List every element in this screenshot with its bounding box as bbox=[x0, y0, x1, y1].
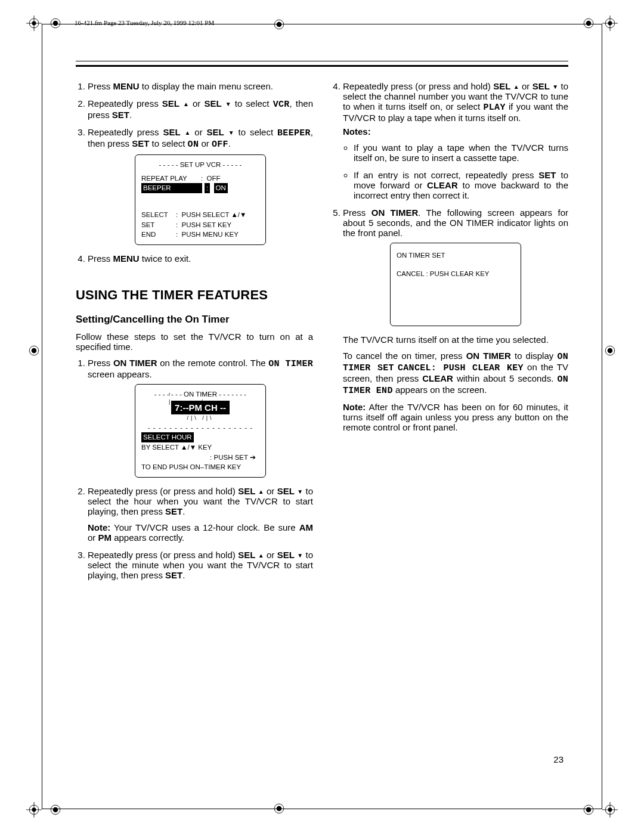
crop-mark-icon bbox=[581, 16, 596, 31]
svg-point-19 bbox=[586, 807, 592, 813]
subsection-heading: Setting/Cancelling the On Timer bbox=[76, 314, 313, 326]
timer-step-2: Repeatedly press (or press and hold) SEL… bbox=[88, 486, 313, 543]
page: 16-421.fm Page 23 Tuesday, July 20, 1999… bbox=[0, 0, 644, 833]
crop-mark-icon bbox=[26, 343, 42, 358]
crop-mark-icon bbox=[271, 17, 287, 32]
paragraph: To cancel the on timer, press ON TIMER t… bbox=[343, 351, 568, 396]
osd-screen-setup-vcr: - - - - - SET UP VCR - - - - - REPEAT PL… bbox=[135, 154, 266, 245]
timer-step-5: Press ON TIMER. The following screen app… bbox=[343, 208, 568, 432]
timer-step-3: Repeatedly press (or press and hold) SEL… bbox=[88, 550, 313, 580]
osd-screen-on-timer-set: ON TIMER SET CANCEL : PUSH CLEAR KEY bbox=[390, 243, 521, 326]
note-item: If an entry is not correct, repeatedly p… bbox=[354, 170, 568, 200]
body-columns: Press MENU to display the main menu scre… bbox=[76, 81, 568, 587]
triangle-up-icon: ▲ bbox=[513, 83, 519, 90]
step-4: Press MENU twice to exit. bbox=[88, 253, 313, 264]
crop-mark-icon bbox=[48, 16, 63, 31]
frame-line bbox=[42, 24, 602, 24]
svg-point-5 bbox=[53, 21, 58, 26]
svg-point-25 bbox=[32, 348, 37, 354]
timer-step-1: Press ON TIMER on the remote control. Th… bbox=[88, 358, 313, 478]
section-heading: USING THE TIMER FEATURES bbox=[76, 287, 313, 303]
triangle-up-icon: ▲ bbox=[258, 488, 264, 495]
svg-point-7 bbox=[586, 21, 592, 26]
crop-mark-icon bbox=[26, 16, 42, 31]
crop-mark-icon bbox=[602, 343, 618, 358]
triangle-down-icon: ▼ bbox=[228, 129, 234, 136]
frame-line bbox=[42, 809, 602, 809]
triangle-down-icon: ▼ bbox=[552, 83, 558, 90]
triangle-up-icon: ▲ bbox=[185, 129, 191, 136]
step-3: Repeatedly press SEL ▲ or SEL ▼ to selec… bbox=[88, 127, 313, 245]
triangle-down-icon: ▼ bbox=[297, 552, 303, 559]
header-path: 16-421.fm Page 23 Tuesday, July 20, 1999… bbox=[75, 19, 611, 26]
triangle-up-icon: ▲ bbox=[183, 101, 189, 107]
paragraph: Note: After the TV/VCR has been on for 6… bbox=[343, 402, 568, 432]
triangle-down-icon: ▼ bbox=[225, 101, 231, 107]
right-column: Repeatedly press (or press and hold) SEL… bbox=[331, 81, 568, 587]
note-item: If you want to play a tape when the TV/V… bbox=[354, 143, 568, 163]
left-column: Press MENU to display the main menu scre… bbox=[76, 81, 313, 587]
svg-point-27 bbox=[608, 348, 613, 354]
title-rule bbox=[76, 61, 568, 67]
page-number: 23 bbox=[553, 754, 564, 764]
crop-mark-icon bbox=[602, 802, 618, 817]
crop-mark-icon bbox=[48, 802, 63, 817]
frame-line bbox=[602, 24, 602, 809]
step-1: Press MENU to display the main menu scre… bbox=[88, 81, 313, 91]
osd-screen-on-timer: - - - - - - - ON TIMER - - - - - - - ↑| … bbox=[135, 384, 266, 478]
intro-paragraph: Follow these steps to set the TV/VCR to … bbox=[76, 332, 313, 352]
paragraph: The TV/VCR turns itself on at the time y… bbox=[343, 335, 568, 345]
crop-mark-icon bbox=[581, 802, 596, 817]
step-2: Repeatedly press SEL ▲ or SEL ▼ to selec… bbox=[88, 98, 313, 120]
svg-point-17 bbox=[53, 807, 58, 813]
triangle-down-icon: ▼ bbox=[297, 488, 303, 495]
crop-mark-icon bbox=[26, 802, 42, 817]
timer-step-4: Repeatedly press (or press and hold) SEL… bbox=[343, 81, 568, 200]
notes-label: Notes: bbox=[343, 126, 371, 137]
crop-mark-icon bbox=[602, 16, 618, 31]
svg-point-31 bbox=[277, 22, 282, 27]
frame-line bbox=[42, 24, 42, 809]
triangle-up-icon: ▲ bbox=[258, 552, 264, 559]
